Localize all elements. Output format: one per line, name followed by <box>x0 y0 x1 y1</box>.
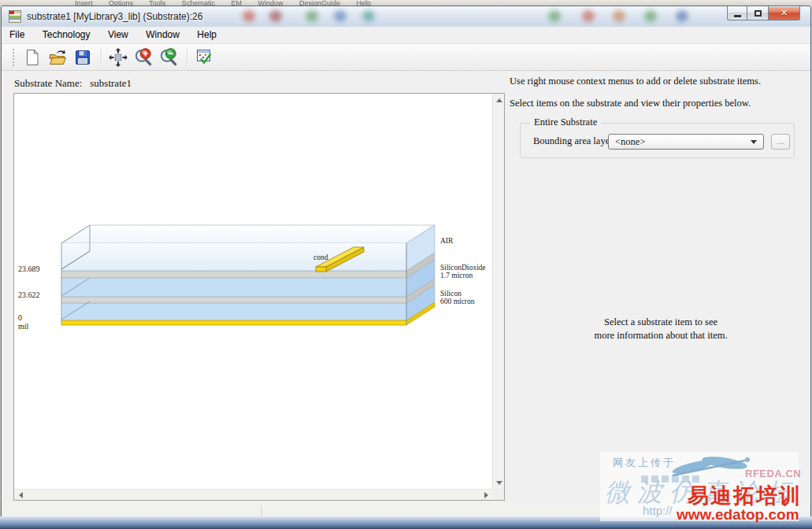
open-button[interactable] <box>46 46 69 68</box>
zoom-in-icon <box>133 47 154 68</box>
maximize-icon <box>755 10 762 17</box>
menu-file[interactable]: File <box>3 27 31 43</box>
label-silicon-thickness: 600 micron <box>440 298 475 305</box>
substrate-check-icon <box>195 48 213 67</box>
scroll-up-button[interactable] <box>493 94 505 106</box>
layer-silicon-front[interactable] <box>61 303 406 320</box>
label-silicon: Silicon <box>440 290 462 298</box>
blur-artifact <box>306 10 318 22</box>
browse-button[interactable]: ... <box>771 134 790 150</box>
zoom-out-icon <box>158 47 179 68</box>
layer-sio2-top[interactable] <box>61 271 406 278</box>
blur-artifact <box>548 10 561 22</box>
empty-selection-message: Select a substrate item to see more info… <box>551 316 770 342</box>
statusbar-divider <box>261 505 263 516</box>
bounding-area-label: Bounding area layer: <box>533 135 616 147</box>
scroll-left-button[interactable] <box>14 490 27 501</box>
zoom-in-button[interactable] <box>132 46 155 68</box>
hint-add-delete: Use right mouse context menus to add or … <box>510 76 761 87</box>
label-sio2-thickness: 1.7 micron <box>440 272 473 279</box>
dimension-23-689: 23.689 <box>18 264 40 273</box>
blur-artifact <box>243 10 255 22</box>
app-window: substrate1 [MyLibrary3_lib] (Substrate):… <box>1 6 811 521</box>
substrate-name-value: substrate1 <box>90 77 132 89</box>
chevron-down-icon <box>751 140 757 144</box>
menu-window[interactable]: Window <box>139 27 186 43</box>
empty-selection-line1: Select a substrate item to see <box>551 316 770 329</box>
blur-artifact <box>269 10 282 22</box>
entire-substrate-group: Entire Substrate Bounding area layer: <n… <box>520 123 795 158</box>
substrate-name-label: Substrate Name: <box>14 77 82 89</box>
menu-help[interactable]: Help <box>191 27 223 43</box>
check-substrate-button[interactable] <box>192 46 216 68</box>
maximize-button[interactable] <box>747 6 768 20</box>
substrate-name-row: Substrate Name:substrate1 <box>14 77 132 90</box>
view-all-button[interactable] <box>106 46 130 68</box>
scroll-right-button[interactable] <box>480 490 492 501</box>
blur-artifact <box>613 10 625 22</box>
menubar: File Technology View Window Help <box>2 27 810 44</box>
new-button[interactable] <box>20 46 44 68</box>
close-button[interactable]: ✕ <box>768 6 800 20</box>
bounding-area-layer-value: <none> <box>615 135 645 149</box>
dimension-unit: mil <box>18 322 29 331</box>
scroll-down-button[interactable] <box>493 476 505 489</box>
blur-artifact <box>676 10 688 22</box>
substrate-top-face <box>61 225 435 243</box>
substrate-canvas-panel: cond 23.689 23.622 0 mil AIR SiliconDiox… <box>13 93 505 501</box>
zoom-out-button[interactable] <box>157 46 180 68</box>
window-title: substrate1 [MyLibrary3_lib] (Substrate):… <box>27 6 202 27</box>
bounding-area-layer-select[interactable]: <none> <box>608 134 764 150</box>
arrow-up-icon <box>496 98 502 102</box>
dimension-23-622: 23.622 <box>18 290 40 299</box>
empty-selection-line2: more information about that item. <box>551 329 770 342</box>
layer-cover-conductor[interactable] <box>61 320 406 325</box>
layer-silicon-top[interactable] <box>61 297 406 303</box>
blur-artifact <box>362 10 375 22</box>
scrollbar-corner <box>492 489 504 500</box>
toolbar-handle[interactable] <box>12 48 16 67</box>
vertical-scrollbar[interactable] <box>492 94 504 489</box>
watermark-url-prefix: http:// <box>643 504 673 517</box>
menu-technology[interactable]: Technology <box>36 27 97 43</box>
open-folder-icon <box>48 48 67 67</box>
menu-view[interactable]: View <box>102 27 135 43</box>
pan-arrows-icon <box>108 47 128 68</box>
toolbar-separator <box>187 48 187 67</box>
substrate-app-icon <box>9 10 21 23</box>
horizontal-scrollbar[interactable] <box>14 489 492 500</box>
arrow-down-icon <box>496 481 502 485</box>
close-icon: ✕ <box>780 7 788 20</box>
group-title: Entire Substrate <box>530 117 601 128</box>
substrate-canvas[interactable]: cond 23.689 23.622 0 mil AIR SiliconDiox… <box>14 94 492 489</box>
substrate-3d-drawing: cond 23.689 23.622 0 mil AIR SiliconDiox… <box>14 94 492 489</box>
layer-sio2-front[interactable] <box>61 278 406 297</box>
label-sio2: SiliconDioxide <box>440 264 486 272</box>
new-document-icon <box>23 48 42 67</box>
blur-artifact <box>582 10 595 22</box>
caption-buttons: ✕ <box>727 6 800 20</box>
cond-label: cond <box>313 253 328 261</box>
blur-artifact <box>334 10 347 22</box>
watermark-overlay: 网友上传于 RFEDA.CN 微波仿真论坛 http:// 易迪拓培训 www.… <box>600 452 799 521</box>
titlebar: substrate1 [MyLibrary3_lib] (Substrate):… <box>2 6 810 28</box>
hint-select-items: Select items on the substrate and view t… <box>510 98 751 109</box>
label-air: AIR <box>440 237 454 245</box>
minimize-icon <box>734 15 741 17</box>
minimize-button[interactable] <box>727 6 747 20</box>
blur-artifact <box>644 10 657 22</box>
save-button[interactable] <box>71 46 95 68</box>
dimension-0: 0 <box>18 313 22 322</box>
toolbar <box>2 44 810 71</box>
watermark-brand-url: www.edatop.com <box>677 506 799 523</box>
save-floppy-icon <box>73 48 92 67</box>
arrow-right-icon <box>484 492 488 498</box>
arrow-left-icon <box>19 492 23 498</box>
toolbar-separator <box>101 48 102 67</box>
